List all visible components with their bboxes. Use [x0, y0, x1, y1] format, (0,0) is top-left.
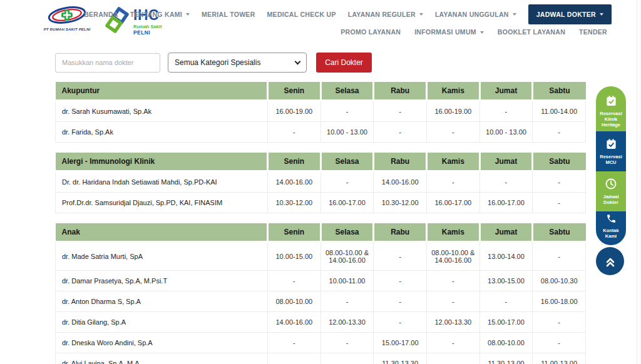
schedule-cell: 12.00-13.30: [320, 312, 374, 333]
schedule-cell: 15.00-17.00: [479, 312, 533, 333]
day-header-kamis: Kamis: [426, 223, 479, 242]
schedule-cell: -: [426, 353, 479, 364]
schedule-cell: -: [426, 122, 479, 143]
table-header-row: AkupunturSeninSelasaRabuKamisJumatSabtu: [56, 82, 586, 101]
table-row: dr. Ditia Gilang, Sp.A14.00-16.0012.00-1…: [56, 312, 586, 333]
schedule-cell: -: [479, 171, 533, 193]
nav-item-beranda[interactable]: BERANDA: [84, 11, 118, 18]
nav-item-merial-tower[interactable]: MERIAL TOWER: [202, 11, 255, 18]
quick-button-label: Reservasi MCU: [597, 154, 625, 165]
schedule-cell: 14.00-16.00: [268, 171, 321, 193]
schedule-cell: -: [320, 291, 374, 312]
schedule-cell: -: [533, 171, 586, 193]
nav-item-label: BERANDA: [84, 11, 118, 18]
nav-item-layanan-reguler[interactable]: LAYANAN REGULER: [348, 11, 423, 18]
schedule-cell: 10.30-12.00: [374, 193, 427, 213]
schedule-cell: 10.00-15.00: [268, 242, 321, 271]
doctor-search-bar: Semua Kategori Spesialis Cari Dokter: [55, 53, 641, 73]
schedule-cell: -: [268, 122, 321, 143]
table-row: dr. Farida, Sp.Ak-10.00 - 13.00--10.00 -…: [56, 122, 586, 143]
table-row: dr. Dneska Woro Andini, Sp.A--15.00-17.0…: [56, 333, 586, 353]
schedule-cell: 16.00-17.00: [320, 193, 374, 213]
quick-button-reservasi-mcu[interactable]: Reservasi MCU: [596, 131, 626, 171]
doctor-name: dr. Damar Prasetya, Sp.A, M.Psi.T: [56, 271, 268, 291]
quick-button-kontak-kami[interactable]: Kontak Kami: [596, 211, 626, 245]
schedule-cell: -: [320, 101, 374, 122]
schedule-cell: 10.00 - 13.00: [320, 122, 374, 143]
schedule-cell: 16.00-19.00: [268, 101, 321, 122]
table-header-row: AnakSeninSelasaRabuKamisJumatSabtu: [56, 223, 586, 242]
category-header: Alergi - Immunologi Klinik: [56, 153, 268, 171]
doctor-name: dr. Made Satria Murti, SpA: [56, 242, 268, 271]
nav-item-tender[interactable]: TENDER: [579, 28, 607, 36]
nav-item-tentang-kami[interactable]: TENTANG KAMI: [130, 11, 190, 18]
nav-item-promo-layanan[interactable]: PROMO LAYANAN: [341, 28, 401, 36]
schedule-cell: -: [479, 101, 533, 122]
day-header-senin: Senin: [268, 153, 321, 171]
day-header-sabtu: Sabtu: [533, 82, 586, 101]
specialist-category-select-wrap: Semua Kategori Spesialis: [168, 53, 307, 73]
schedule-table-anak: AnakSeninSelasaRabuKamisJumatSabtudr. Ma…: [55, 223, 586, 364]
nav-item-label: LAYANAN UNGGULAN: [435, 11, 509, 18]
doctor-name-input[interactable]: [55, 53, 160, 73]
schedule-cell: -: [374, 312, 427, 333]
chevron-down-icon: [513, 13, 516, 16]
nav-item-medical-check-up[interactable]: MEDICAL CHECK UP: [267, 11, 336, 18]
nav-item-label: INFORMASI UMUM: [414, 28, 476, 36]
nav-item-jadwal-dokter[interactable]: JADWAL DOKTER: [528, 4, 612, 24]
chevron-double-up-icon: [603, 254, 618, 269]
scrollbar-track[interactable]: [637, 0, 641, 364]
chevron-down-icon: [480, 31, 484, 34]
day-header-senin: Senin: [268, 82, 321, 101]
day-header-rabu: Rabu: [374, 223, 427, 242]
schedule-cell: -: [320, 353, 374, 364]
calendar-check-icon: [605, 138, 617, 150]
nav-item-label: MEDICAL CHECK UP: [267, 11, 336, 18]
schedule-cell: -: [426, 171, 479, 193]
schedule-cell: 16.00-17.00: [426, 193, 479, 213]
table-row: dr. Alvi Lavina, Sp.A, M.A--11.30-13.30-…: [56, 353, 586, 364]
quick-button-reservasi-klinik-heritage[interactable]: Reservasi Klinik Heritage: [596, 86, 626, 131]
primary-nav: BERANDATENTANG KAMIMERIAL TOWERMEDICAL C…: [84, 0, 612, 28]
table-row: Prof.Dr.dr. Samsuridjal Djauzi, Sp.PD, K…: [56, 193, 586, 213]
nav-item-label: JADWAL DOKTER: [536, 11, 596, 18]
day-header-jumat: Jumat: [479, 153, 533, 171]
day-header-kamis: Kamis: [426, 153, 479, 171]
quick-actions-sidebar: Reservasi Klinik HeritageReservasi MCUJa…: [596, 86, 626, 245]
chevron-down-icon: [600, 13, 603, 16]
schedule-table-alergi-immunologi-klinik: Alergi - Immunologi KlinikSeninSelasaRab…: [55, 153, 586, 213]
table-row: Dr. dr. Haridana Indah Setiawati Mahdi, …: [56, 171, 586, 193]
schedule-cell: 10.00-11.00: [320, 271, 374, 291]
scroll-to-top-button[interactable]: [596, 247, 624, 275]
doctor-name: Dr. dr. Haridana Indah Setiawati Mahdi, …: [56, 171, 268, 193]
day-header-rabu: Rabu: [374, 153, 427, 171]
schedule-cell: 14.00-16.00: [374, 171, 427, 193]
day-header-rabu: Rabu: [374, 82, 427, 101]
site-header: PT RUMAH SAKIT PELNI IHC Rumah Sakit PEL…: [0, 0, 641, 43]
search-doctor-button[interactable]: Cari Dokter: [316, 53, 372, 73]
schedule-cell: -: [426, 333, 479, 353]
day-header-sabtu: Sabtu: [533, 153, 586, 171]
schedule-cell: -: [268, 333, 321, 353]
schedule-cell: 15.00-17.00: [374, 333, 427, 353]
schedule-cell: -: [374, 101, 427, 122]
nav-item-booklet-layanan[interactable]: BOOKLET LAYANAN: [498, 28, 565, 36]
nav-item-layanan-unggulan[interactable]: LAYANAN UNGGULAN: [435, 11, 516, 18]
day-header-jumat: Jumat: [479, 82, 533, 101]
quick-button-jadwal-dokter[interactable]: Jadwal Dokter: [596, 171, 626, 211]
schedule-cell: -: [374, 291, 427, 312]
schedule-cell: -: [533, 193, 586, 213]
schedule-cell: -: [533, 122, 586, 143]
table-row: dr. Made Satria Murti, SpA10.00-15.0008.…: [56, 242, 586, 271]
nav-item-label: TENDER: [579, 28, 607, 36]
schedule-cell: 10.00 - 13.00: [479, 122, 533, 143]
specialist-category-select[interactable]: Semua Kategori Spesialis: [168, 53, 307, 73]
schedule-cell: 10.30-12.00: [268, 193, 321, 213]
nav-item-label: TENTANG KAMI: [130, 11, 182, 18]
doctor-name: dr. Ditia Gilang, Sp.A: [56, 312, 268, 333]
doctor-name: dr. Dneska Woro Andini, Sp.A: [56, 333, 268, 353]
schedule-cell: -: [268, 353, 321, 364]
nav-item-informasi-umum[interactable]: INFORMASI UMUM: [414, 28, 484, 36]
doctor-name: dr. Sarah Kusumawati, Sp.Ak: [56, 101, 268, 122]
nav-item-label: BOOKLET LAYANAN: [498, 28, 565, 36]
